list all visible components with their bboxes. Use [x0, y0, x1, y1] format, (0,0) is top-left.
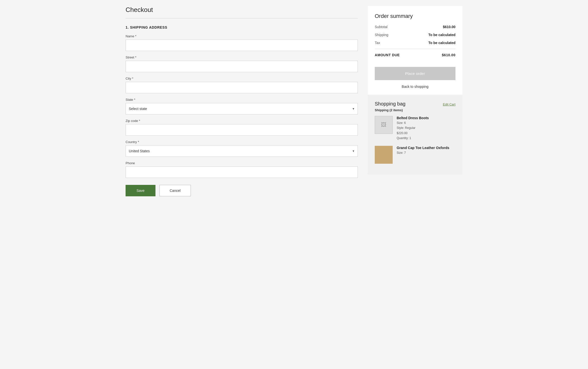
- cart-item-meta-2: Size: 7: [397, 150, 455, 155]
- tax-row: Tax To be calculated: [375, 41, 455, 45]
- state-label: State *: [126, 98, 358, 102]
- tax-value: To be calculated: [428, 41, 455, 45]
- save-button[interactable]: Save: [126, 185, 155, 196]
- section-divider: [126, 18, 358, 18]
- shopping-bag-header: Shopping bag Edit Cart: [375, 101, 455, 107]
- sidebar: Order summary Subtotal $610.00 Shipping …: [368, 6, 462, 175]
- street-input[interactable]: [126, 61, 358, 72]
- shipping-section-title: 1. SHIPPING ADDRESS: [126, 25, 358, 29]
- state-field-group: State * Select state Alabama Alaska Ariz…: [126, 98, 358, 114]
- order-summary-title: Order summary: [375, 13, 455, 19]
- shipping-items-label: Shipping (2 items): [375, 108, 455, 112]
- cart-item: Grand Cap Toe Leather Oxfords Size: 7: [375, 146, 455, 164]
- subtotal-label: Subtotal: [375, 25, 387, 29]
- tax-label: Tax: [375, 41, 380, 45]
- form-button-row: Save Cancel: [126, 185, 358, 196]
- order-summary-card: Order summary Subtotal $610.00 Shipping …: [368, 6, 462, 95]
- amount-due-value: $610.00: [442, 53, 455, 57]
- cart-item-price-1: $220.00: [397, 131, 455, 136]
- zip-field-group: Zip code *: [126, 119, 358, 136]
- phone-field-group: Phone: [126, 161, 358, 178]
- name-label: Name *: [126, 34, 358, 38]
- city-label: City *: [126, 77, 358, 80]
- city-input[interactable]: [126, 82, 358, 93]
- cart-item-name-1: Belted Dress Boots: [397, 116, 455, 120]
- subtotal-value: $610.00: [443, 25, 455, 29]
- cart-item-size-1: Size: 6: [397, 120, 455, 125]
- state-select-wrapper: Select state Alabama Alaska Arizona Cali…: [126, 103, 358, 114]
- edit-cart-link[interactable]: Edit Cart: [443, 103, 455, 106]
- place-order-button[interactable]: Place order: [375, 67, 455, 80]
- street-field-group: Street *: [126, 55, 358, 72]
- cart-item-details-2: Grand Cap Toe Leather Oxfords Size: 7: [397, 146, 455, 164]
- amount-due-row: AMOUNT DUE $610.00: [375, 49, 455, 57]
- zip-input[interactable]: [126, 124, 358, 136]
- phone-label: Phone: [126, 161, 358, 165]
- cancel-button[interactable]: Cancel: [159, 185, 191, 196]
- name-input[interactable]: [126, 40, 358, 51]
- phone-input[interactable]: [126, 166, 358, 178]
- city-field-group: City *: [126, 77, 358, 93]
- amount-due-label: AMOUNT DUE: [375, 53, 400, 57]
- shopping-bag-title: Shopping bag: [375, 101, 405, 107]
- cart-item-image-1: 🖼: [375, 116, 393, 134]
- shopping-bag-card: Shopping bag Edit Cart Shipping (2 items…: [368, 95, 462, 175]
- shipping-label: Shipping: [375, 33, 388, 37]
- back-to-shopping-link[interactable]: Back to shopping: [375, 85, 455, 89]
- name-field-group: Name *: [126, 34, 358, 51]
- subtotal-row: Subtotal $610.00: [375, 25, 455, 29]
- country-select-wrapper: United States Canada United Kingdom ▼: [126, 145, 358, 157]
- zip-label: Zip code *: [126, 119, 358, 123]
- cart-item-name-2: Grand Cap Toe Leather Oxfords: [397, 146, 455, 150]
- cart-item-meta-1: Size: 6 Style: Regular $220.00 Quantity:…: [397, 120, 455, 141]
- state-select[interactable]: Select state Alabama Alaska Arizona Cali…: [126, 103, 358, 114]
- street-label: Street *: [126, 55, 358, 59]
- shipping-row: Shipping To be calculated: [375, 33, 455, 37]
- cart-item-quantity-1: Quantity: 1: [397, 136, 455, 141]
- country-select[interactable]: United States Canada United Kingdom: [126, 145, 358, 157]
- cart-item-size-2: Size: 7: [397, 150, 455, 155]
- shipping-value: To be calculated: [428, 33, 455, 37]
- cart-item-details-1: Belted Dress Boots Size: 6 Style: Regula…: [397, 116, 455, 141]
- country-label: Country *: [126, 140, 358, 144]
- image-placeholder-icon: 🖼: [381, 122, 386, 128]
- country-field-group: Country * United States Canada United Ki…: [126, 140, 358, 157]
- page-title: Checkout: [126, 6, 358, 14]
- cart-item: 🖼 Belted Dress Boots Size: 6 Style: Regu…: [375, 116, 455, 141]
- cart-item-image-2: [375, 146, 393, 164]
- cart-item-style-1: Style: Regular: [397, 125, 455, 130]
